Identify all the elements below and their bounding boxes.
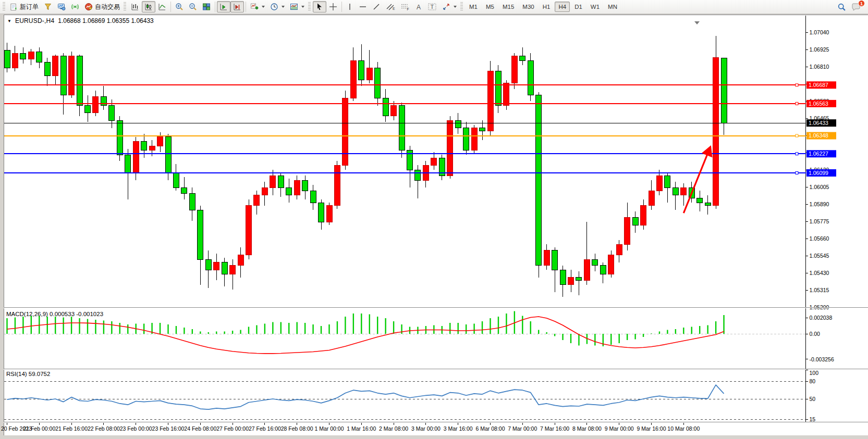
svg-text:23 Feb 00:00: 23 Feb 00:00 (120, 425, 152, 432)
timeframe-D1[interactable]: D1 (571, 2, 586, 12)
vertical-line-tool-button[interactable] (344, 1, 356, 12)
tile-windows-icon (202, 3, 211, 11)
svg-text:100: 100 (810, 370, 819, 376)
time-axis[interactable]: 20 Feb 202321 Feb 00:0021 Feb 16:0022 Fe… (1, 423, 700, 432)
svg-text:8 Mar 08:00: 8 Mar 08:00 (572, 425, 602, 432)
toolbar-grip[interactable] (308, 2, 311, 11)
indicators-dropdown-icon[interactable] (262, 6, 265, 8)
timeframe-MN[interactable]: MN (604, 2, 621, 12)
svg-text:50: 50 (810, 396, 816, 402)
rsi-indicator-label: RSI(14) 59.0752 (6, 371, 50, 377)
text-tool-button[interactable]: A (412, 1, 425, 12)
svg-text:1.07040: 1.07040 (810, 29, 829, 35)
svg-text:1.06563: 1.06563 (809, 101, 828, 107)
channel-tool-button[interactable]: E (383, 1, 398, 12)
svg-text:1.06005: 1.06005 (810, 184, 829, 190)
timeframe-M15[interactable]: M15 (499, 2, 518, 12)
svg-text:1.06099: 1.06099 (809, 170, 828, 176)
trendline-icon (372, 3, 381, 11)
toolbar-grip[interactable] (124, 2, 126, 11)
clock-icon (270, 3, 278, 11)
text-label-tool-button[interactable]: T (425, 1, 439, 12)
zoom-out-button[interactable] (186, 1, 200, 12)
templates-button[interactable] (287, 1, 307, 12)
autotrading-button[interactable]: 自动交易 (82, 1, 123, 12)
horizontal-line-tool-button[interactable] (356, 1, 370, 12)
arrows-icon (442, 3, 450, 11)
svg-text:28 Feb 08:00: 28 Feb 08:00 (281, 425, 313, 432)
fibonacci-tool-button[interactable]: F (398, 1, 412, 12)
signals-button[interactable] (68, 1, 82, 12)
new-order-button[interactable]: 新订单 (7, 1, 41, 12)
line-chart-mode-button[interactable] (155, 1, 169, 12)
timeframe-M30[interactable]: M30 (519, 2, 537, 12)
hline-handle-1.06348[interactable] (796, 134, 798, 137)
svg-text:1.05890: 1.05890 (810, 201, 829, 207)
zoom-in-button[interactable] (173, 1, 186, 12)
rsi-line (7, 385, 724, 409)
hline-handle-1.06227[interactable] (796, 153, 798, 155)
tile-windows-button[interactable] (200, 1, 213, 12)
bar-chart-mode-button[interactable] (128, 1, 142, 12)
svg-text:15: 15 (810, 416, 816, 422)
svg-text:E: E (393, 7, 395, 10)
hline-handle-1.06563[interactable] (796, 102, 798, 105)
timeframe-H1[interactable]: H1 (539, 2, 554, 12)
chart-menu-icon[interactable]: ▼ (7, 19, 11, 23)
crosshair-tool-button[interactable] (326, 1, 340, 12)
toolbar-grip[interactable] (3, 2, 5, 11)
svg-text:1.06227: 1.06227 (809, 150, 828, 157)
svg-text:1.05660: 1.05660 (810, 235, 829, 242)
auto-scroll-button[interactable] (217, 1, 230, 12)
svg-text:1 Mar 16:00: 1 Mar 16:00 (347, 425, 376, 432)
toolbar-grip[interactable] (460, 2, 463, 11)
periods-button[interactable] (267, 1, 287, 12)
new-order-label: 新订单 (20, 3, 39, 11)
text-label-icon: T (427, 3, 437, 11)
svg-text:2 Mar 08:00: 2 Mar 08:00 (379, 425, 408, 432)
indicators-button[interactable] (248, 1, 267, 12)
chart-shift-button[interactable] (230, 1, 244, 12)
timeframe-M1[interactable]: M1 (466, 2, 481, 12)
svg-text:80: 80 (810, 378, 816, 384)
arrows-tool-button[interactable] (439, 1, 459, 12)
notification-badge: 1 (858, 0, 865, 7)
new-order-icon (10, 3, 18, 11)
autotrading-label: 自动交易 (95, 3, 120, 11)
macd-indicator: 0.0020380.00-0.003256 (4, 311, 834, 362)
candlestick-mode-button[interactable] (142, 1, 155, 12)
auto-scroll-icon (219, 3, 228, 11)
timeframe-M5[interactable]: M5 (482, 2, 498, 12)
templates-dropdown-icon[interactable] (301, 6, 304, 8)
chart-ohlc-values: 1.06868 1.06869 1.06355 1.06433 (58, 17, 154, 24)
timeframe-H4[interactable]: H4 (555, 2, 570, 12)
chart-shift-marker[interactable] (694, 21, 700, 24)
monitor-icon (57, 3, 66, 11)
toolbar: 新订单 自动交易 (0, 0, 868, 14)
text-a-icon: A (415, 3, 422, 11)
timeframe-W1[interactable]: W1 (587, 2, 603, 12)
svg-text:7 Mar 16:00: 7 Mar 16:00 (540, 425, 569, 432)
notifications-button[interactable]: 1 (849, 1, 863, 12)
vertical-line-icon (346, 3, 353, 11)
search-button[interactable] (835, 1, 849, 12)
sonar-icon (71, 3, 79, 11)
trendline-tool-button[interactable] (370, 1, 383, 12)
arrows-dropdown-icon[interactable] (454, 6, 457, 8)
zoom-out-icon (189, 3, 197, 11)
candlestick-icon (144, 3, 153, 11)
svg-text:-0.003256: -0.003256 (810, 356, 834, 362)
hline-handle-1.06687[interactable] (796, 84, 798, 86)
hline-handle-1.06099[interactable] (796, 172, 798, 174)
svg-text:3 Mar 16:00: 3 Mar 16:00 (444, 425, 473, 432)
chart-canvas[interactable]: 1.070401.069251.068101.066951.065801.064… (0, 0, 868, 439)
cursor-tool-button[interactable] (313, 1, 326, 12)
equidistant-channel-icon: E (386, 3, 395, 11)
svg-text:T: T (431, 4, 434, 10)
svg-text:0.002038: 0.002038 (810, 315, 833, 321)
periods-dropdown-icon[interactable] (282, 6, 285, 8)
zoom-in-icon (175, 3, 184, 11)
bar-chart-icon (131, 3, 139, 11)
quotes-button[interactable] (41, 1, 55, 12)
market-watch-button[interactable] (55, 1, 68, 12)
